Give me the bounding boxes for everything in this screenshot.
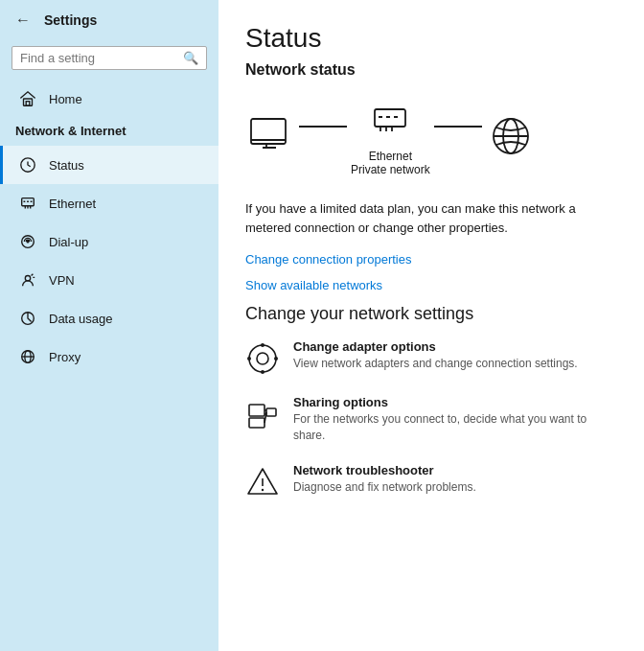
svg-point-17: [249, 345, 276, 372]
sharing-text: Sharing options For the networks you con…: [293, 395, 617, 444]
ethernet-label: Ethernet: [351, 150, 430, 163]
sidebar-item-dialup[interactable]: Dial-up: [0, 222, 218, 261]
description-text: If you have a limited data plan, you can…: [245, 199, 617, 237]
troubleshooter-title: Network troubleshooter: [293, 463, 476, 477]
sidebar-item-vpn[interactable]: VPN: [0, 261, 218, 299]
line2: [434, 126, 482, 128]
sidebar-section-label: Network & Internet: [0, 118, 218, 146]
sidebar-item-home[interactable]: Home: [0, 80, 218, 118]
computer-icon: [245, 111, 295, 161]
search-input[interactable]: [20, 51, 183, 65]
sidebar-item-dialup-label: Dial-up: [49, 235, 88, 249]
titlebar: ← Settings: [0, 0, 218, 40]
troubleshooter-icon: [245, 465, 280, 500]
svg-rect-1: [26, 102, 30, 106]
network-diagram: Ethernet Private network: [245, 96, 617, 176]
sidebar: ← Settings 🔍 Home Network & Internet Sta…: [0, 0, 218, 651]
sidebar-item-data-usage[interactable]: Data usage: [0, 299, 218, 337]
sidebar-item-vpn-label: VPN: [49, 273, 75, 288]
dialup-icon: [18, 232, 37, 251]
globe-icon-container: [486, 111, 536, 161]
svg-point-6: [25, 276, 30, 281]
svg-rect-13: [375, 109, 405, 127]
setting-troubleshooter[interactable]: Network troubleshooter Diagnose and fix …: [245, 463, 617, 500]
back-button[interactable]: ←: [12, 10, 34, 31]
sidebar-item-home-label: Home: [49, 92, 82, 106]
setting-adapter[interactable]: Change adapter options View network adap…: [245, 339, 617, 376]
adapter-text: Change adapter options View network adap…: [293, 339, 578, 372]
sharing-icon: [245, 397, 280, 431]
sidebar-item-status-label: Status: [49, 158, 84, 173]
sharing-desc: For the networks you connect to, decide …: [293, 411, 617, 444]
sharing-title: Sharing options: [293, 395, 617, 409]
globe-icon: [486, 111, 536, 161]
svg-rect-25: [266, 408, 276, 416]
show-networks-link[interactable]: Show available networks: [245, 278, 617, 292]
svg-point-18: [257, 353, 268, 364]
svg-rect-24: [249, 418, 264, 428]
svg-rect-23: [249, 405, 264, 416]
setting-sharing[interactable]: Sharing options For the networks you con…: [245, 395, 617, 444]
adapter-icon: [245, 341, 280, 376]
adapter-desc: View network adapters and change connect…: [293, 356, 578, 372]
svg-point-21: [247, 357, 251, 360]
data-usage-icon: [18, 309, 37, 328]
sidebar-item-data-usage-label: Data usage: [49, 312, 113, 326]
main-content: Status Network status Ethernet Private n…: [218, 0, 644, 651]
change-connection-link[interactable]: Change connection properties: [245, 252, 617, 267]
router-icon-container: Ethernet Private network: [351, 96, 430, 176]
sidebar-item-status[interactable]: Status: [0, 146, 218, 184]
search-icon: 🔍: [183, 51, 198, 65]
computer-icon-container: [245, 111, 295, 161]
vpn-icon: [18, 270, 37, 290]
svg-point-22: [274, 357, 278, 360]
svg-point-5: [27, 241, 29, 243]
ethernet-icon: [18, 194, 37, 213]
settings-title: Settings: [44, 12, 97, 28]
sidebar-item-proxy-label: Proxy: [49, 350, 80, 364]
svg-point-31: [262, 488, 264, 490]
adapter-title: Change adapter options: [293, 339, 578, 354]
svg-point-19: [261, 343, 264, 347]
network-status-title: Network status: [245, 61, 617, 79]
page-title: Status: [245, 23, 617, 54]
sidebar-item-ethernet[interactable]: Ethernet: [0, 184, 218, 222]
router-icon: [365, 96, 415, 146]
sidebar-item-proxy[interactable]: Proxy: [0, 337, 218, 376]
svg-rect-0: [24, 99, 33, 105]
change-section-title: Change your network settings: [245, 304, 617, 324]
troubleshooter-desc: Diagnose and fix network problems.: [293, 479, 476, 496]
troubleshooter-text: Network troubleshooter Diagnose and fix …: [293, 463, 476, 496]
line1: [299, 126, 347, 128]
svg-point-20: [261, 370, 264, 374]
proxy-icon: [18, 347, 37, 366]
status-icon: [18, 155, 37, 174]
sidebar-item-ethernet-label: Ethernet: [49, 197, 96, 211]
home-icon: [18, 89, 37, 108]
network-type-label: Private network: [351, 163, 430, 176]
search-box[interactable]: 🔍: [12, 46, 207, 70]
